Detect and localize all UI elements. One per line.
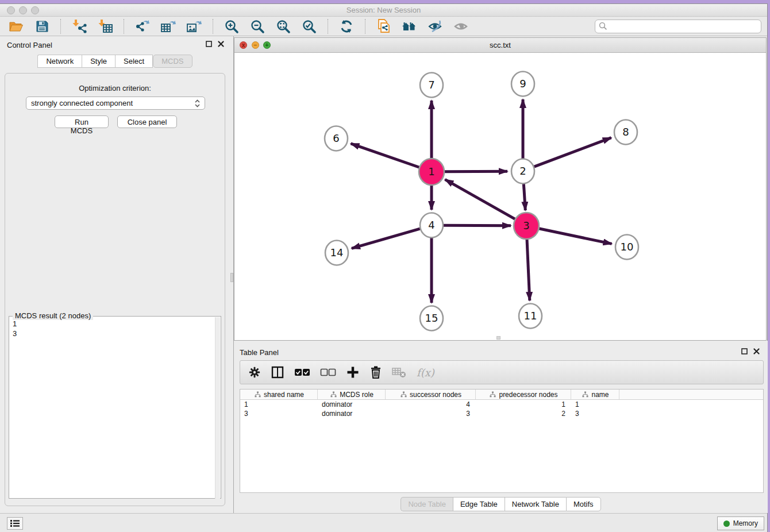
search-input[interactable]: [610, 22, 757, 30]
tab-motifs[interactable]: Motifs: [566, 497, 601, 511]
panel-splitter[interactable]: [230, 36, 234, 513]
select-all-columns-icon[interactable]: [294, 367, 310, 377]
graph-node-8[interactable]: 8: [614, 120, 637, 145]
criterion-select[interactable]: strongly connected component: [26, 97, 205, 110]
deselect-all-columns-icon[interactable]: [320, 367, 336, 377]
table-cell[interactable]: 3: [571, 410, 619, 418]
task-history-button[interactable]: [7, 517, 23, 530]
table-cell[interactable]: dominator: [318, 400, 386, 408]
function-builder-icon[interactable]: f(x): [417, 367, 434, 379]
column-header-name[interactable]: name: [571, 390, 619, 399]
graph-node-4[interactable]: 4: [420, 213, 443, 238]
toolbar-separator: [365, 19, 365, 34]
clone-network-icon[interactable]: [374, 18, 394, 34]
destroy-table-icon[interactable]: [392, 366, 407, 379]
close-panel-button[interactable]: Close panel: [117, 115, 177, 128]
mcds-result-scrollbar[interactable]: [215, 317, 220, 499]
refresh-icon[interactable]: [336, 18, 357, 34]
graph-node-15[interactable]: 15: [420, 306, 443, 331]
show-all-icon[interactable]: [451, 18, 472, 34]
import-network-icon[interactable]: [69, 18, 90, 34]
close-table-panel-icon[interactable]: [753, 348, 760, 354]
memory-button[interactable]: Memory: [717, 516, 764, 530]
tab-network-table[interactable]: Network Table: [505, 497, 566, 511]
toolbar-separator: [328, 19, 328, 34]
run-mcds-button[interactable]: Run MCDS: [55, 115, 109, 128]
graph-node-2[interactable]: 2: [511, 159, 534, 184]
table-cell[interactable]: 1: [476, 400, 571, 408]
network-view-titlebar[interactable]: x − + scc.txt: [234, 38, 766, 53]
graph-node-6[interactable]: 6: [325, 126, 348, 151]
export-network-icon[interactable]: [132, 18, 153, 34]
search-field[interactable]: [595, 20, 761, 33]
graph-edge-4-3[interactable]: [444, 225, 511, 226]
tab-select[interactable]: Select: [115, 55, 153, 68]
table-cell[interactable]: 3: [386, 410, 476, 418]
table-cell[interactable]: 3: [240, 410, 318, 418]
export-image-icon[interactable]: [184, 18, 205, 34]
graph-edge-2-3[interactable]: [523, 184, 525, 210]
column-header-MCDS-role[interactable]: MCDS role: [318, 390, 386, 399]
graph-edge-4-14[interactable]: [352, 229, 420, 248]
tab-mcds[interactable]: MCDS: [153, 55, 192, 68]
graph-node-1[interactable]: 1: [419, 159, 444, 185]
column-header-label: name: [591, 391, 609, 399]
table-cell[interactable]: 2: [476, 410, 571, 418]
tab-network[interactable]: Network: [37, 55, 82, 68]
table-panel-title: Table Panel: [240, 348, 279, 357]
zoom-selected-icon[interactable]: [299, 18, 319, 34]
graph-node-9[interactable]: 9: [511, 72, 534, 97]
graph-node-3[interactable]: 3: [514, 213, 539, 239]
close-panel-icon[interactable]: [218, 41, 224, 47]
select-stepper-icon: [195, 99, 200, 107]
first-neighbors-icon[interactable]: [399, 18, 420, 34]
table-settings-icon[interactable]: [248, 366, 261, 379]
graph-edge-1-2[interactable]: [444, 171, 507, 172]
graph-node-11[interactable]: 11: [519, 304, 542, 329]
table-cell[interactable]: dominator: [318, 410, 386, 418]
graph-node-7[interactable]: 7: [420, 73, 443, 98]
column-header-successor-nodes[interactable]: successor nodes: [386, 390, 476, 399]
splitter-grip[interactable]: [230, 273, 233, 282]
control-panel-title: Control Panel: [7, 41, 52, 49]
float-table-panel-icon[interactable]: [741, 348, 748, 354]
network-graph[interactable]: 1234678910111415: [234, 53, 766, 340]
svg-text:15: 15: [425, 312, 438, 324]
open-file-icon[interactable]: [6, 18, 26, 34]
zoom-out-icon[interactable]: [247, 18, 268, 34]
network-canvas[interactable]: 1234678910111415: [234, 53, 766, 340]
delete-columns-icon[interactable]: [369, 365, 382, 379]
table-cell[interactable]: 1: [571, 400, 619, 408]
graph-node-14[interactable]: 14: [325, 241, 348, 265]
export-table-icon[interactable]: [158, 18, 179, 34]
graph-node-10[interactable]: 10: [615, 235, 638, 260]
column-header-shared-name[interactable]: shared name: [240, 390, 318, 399]
mcds-result-box: MCDS result (2 nodes) 1 3: [9, 316, 221, 499]
table-cell[interactable]: 1: [240, 400, 318, 408]
hide-selected-icon[interactable]: [425, 18, 446, 34]
graph-edge-2-8[interactable]: [534, 138, 611, 167]
show-columns-icon[interactable]: [271, 366, 284, 379]
zoom-fit-icon[interactable]: [273, 18, 294, 34]
graph-edge-3-1[interactable]: [445, 179, 515, 219]
save-session-icon[interactable]: [32, 18, 52, 34]
tab-node-table[interactable]: Node Table: [401, 497, 453, 511]
mcds-result-text[interactable]: 1 3: [13, 319, 17, 338]
table-row[interactable]: 3dominator323: [240, 409, 763, 418]
table-cell[interactable]: 4: [386, 400, 476, 408]
import-table-icon[interactable]: [95, 18, 116, 34]
graph-edge-1-6[interactable]: [351, 144, 420, 168]
criterion-value: strongly connected component: [31, 99, 133, 107]
create-column-icon[interactable]: [346, 365, 360, 379]
tab-edge-table[interactable]: Edge Table: [453, 497, 505, 511]
float-panel-icon[interactable]: [206, 41, 212, 47]
column-header-predecessor-nodes[interactable]: predecessor nodes: [476, 390, 571, 399]
zoom-in-icon[interactable]: [221, 18, 242, 34]
optimization-criterion-label: Optimization criterion:: [5, 84, 225, 92]
graph-edge-3-10[interactable]: [538, 229, 612, 244]
graph-edge-3-11[interactable]: [527, 238, 530, 300]
window-titlebar[interactable]: Session: New Session: [0, 4, 767, 17]
table-row[interactable]: 1dominator411: [240, 400, 763, 409]
network-scroll-grip[interactable]: [496, 336, 500, 340]
tab-style[interactable]: Style: [82, 55, 115, 68]
